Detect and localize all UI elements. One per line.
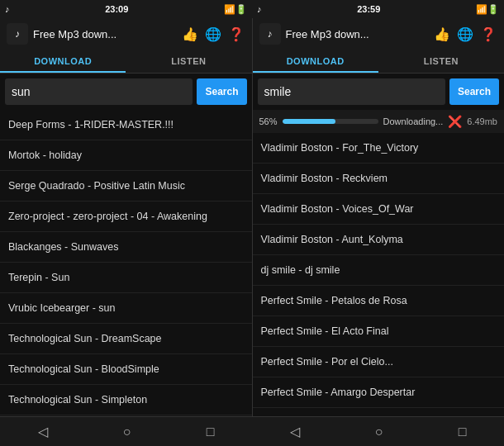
download-percent-right: 56%	[259, 116, 278, 126]
nav-back-button-left[interactable]: ◁	[30, 420, 56, 443]
song-item-1-left[interactable]: Mortok - holiday	[0, 140, 252, 171]
nav-home-button-right[interactable]: ○	[367, 421, 392, 443]
nav-recents-button-left[interactable]: □	[198, 421, 223, 443]
file-size-right: 6.49mb	[467, 116, 497, 126]
search-input-left[interactable]	[5, 78, 193, 105]
download-label-right: Downloading...	[383, 116, 444, 126]
status-left-icon-left: ♪	[5, 4, 10, 14]
app-icon-left: ♪	[7, 23, 28, 45]
bottom-navigation: ◁○□◁○□	[0, 416, 504, 446]
header-icons-right: 👍🌐❓	[433, 25, 497, 43]
app-title-left: Free Mp3 down...	[33, 28, 176, 40]
progress-track-right	[283, 119, 378, 124]
song-item-9-left[interactable]: Technological Sun - Simpleton	[0, 385, 252, 415]
header-icons-left: 👍🌐❓	[181, 25, 245, 43]
song-item-8-right[interactable]: Perfect Smile - Amargo Despertar	[253, 377, 505, 408]
nav-recents-button-right[interactable]: □	[450, 421, 475, 443]
tab-listen-left[interactable]: LISTEN	[126, 50, 251, 73]
song-item-2-left[interactable]: Serge Quadrado - Positive Latin Music	[0, 171, 252, 202]
status-right-icons-left: 📶🔋	[224, 4, 247, 15]
status-bar-right: ♪ 23:59 📶🔋	[252, 0, 504, 18]
panel-left: ♪ Free Mp3 down... 👍🌐❓ DOWNLOADLISTENSea…	[0, 18, 253, 416]
header-icon-0-left[interactable]: 👍	[181, 25, 199, 43]
song-list-left: Deep Forms - 1-RIDER-MASTER.!!!Mortok - …	[0, 110, 252, 416]
main-panels: ♪ Free Mp3 down... 👍🌐❓ DOWNLOADLISTENSea…	[0, 18, 504, 416]
tab-listen-right[interactable]: LISTEN	[378, 50, 504, 73]
nav-panel-right: ◁○□	[252, 416, 504, 446]
download-bar-right: 56% Downloading... ❌ 6.49mb	[253, 110, 505, 133]
search-button-left[interactable]: Search	[197, 78, 246, 105]
status-right-icons-right: 📶🔋	[476, 4, 499, 15]
song-item-2-right[interactable]: Vladimir Boston - Voices_Of_War	[253, 194, 505, 225]
tab-download-left[interactable]: DOWNLOAD	[0, 50, 126, 73]
progress-fill-right	[283, 119, 336, 124]
search-row-left: Search	[0, 74, 252, 110]
song-item-6-right[interactable]: Perfect Smile - El Acto Final	[253, 316, 505, 347]
song-item-3-right[interactable]: Vladimir Boston - Aunt_Kolyma	[253, 225, 505, 255]
app-title-right: Free Mp3 down...	[286, 28, 429, 40]
header-icon-2-right[interactable]: ❓	[479, 25, 497, 43]
nav-panel-left: ◁○□	[0, 416, 252, 446]
nav-home-button-left[interactable]: ○	[115, 421, 140, 443]
panel-right: ♪ Free Mp3 down... 👍🌐❓ DOWNLOADLISTENSea…	[253, 18, 505, 416]
app-header-right: ♪ Free Mp3 down... 👍🌐❓	[253, 18, 505, 50]
header-icon-1-left[interactable]: 🌐	[204, 25, 222, 43]
search-button-right[interactable]: Search	[449, 78, 499, 105]
app-header-left: ♪ Free Mp3 down... 👍🌐❓	[0, 18, 252, 50]
song-item-7-right[interactable]: Perfect Smile - Por el Cielo...	[253, 347, 505, 377]
header-icon-2-left[interactable]: ❓	[227, 25, 245, 43]
nav-back-button-right[interactable]: ◁	[282, 420, 308, 443]
cancel-download-button-right[interactable]: ❌	[448, 115, 462, 128]
search-row-right: Search	[253, 74, 505, 110]
status-time-left: 23:09	[105, 4, 128, 14]
song-item-5-left[interactable]: Terepin - Sun	[0, 263, 252, 293]
song-item-3-left[interactable]: Zero-project - zero-project - 04 - Awake…	[0, 202, 252, 232]
song-list-right: Vladimir Boston - For_The_VictoryVladimi…	[253, 133, 505, 416]
status-bar-left: ♪ 23:09 📶🔋	[0, 0, 252, 18]
tab-download-right[interactable]: DOWNLOAD	[253, 50, 378, 73]
song-item-4-left[interactable]: Blackanges - Sunwaves	[0, 232, 252, 263]
song-item-1-right[interactable]: Vladimir Boston - Reckviem	[253, 164, 505, 194]
status-bars: ♪ 23:09 📶🔋 ♪ 23:59 📶🔋	[0, 0, 504, 18]
header-icon-1-right[interactable]: 🌐	[456, 25, 474, 43]
song-item-5-right[interactable]: Perfect Smile - Petalos de Rosa	[253, 286, 505, 316]
tabs-right: DOWNLOADLISTEN	[253, 50, 505, 74]
song-item-0-right[interactable]: Vladimir Boston - For_The_Victory	[253, 133, 505, 164]
search-input-right[interactable]	[258, 78, 445, 105]
status-left-icon-right: ♪	[257, 4, 262, 14]
header-icon-0-right[interactable]: 👍	[433, 25, 451, 43]
status-time-right: 23:59	[357, 4, 380, 14]
song-item-4-right[interactable]: dj smile - dj smile	[253, 255, 505, 286]
tabs-left: DOWNLOADLISTEN	[0, 50, 252, 74]
app-icon-right: ♪	[259, 23, 281, 45]
song-item-8-left[interactable]: Technological Sun - BloodSimple	[0, 354, 252, 385]
song-item-6-left[interactable]: Vrubic Icebearger - sun	[0, 293, 252, 324]
song-item-7-left[interactable]: Technological Sun - DreamScape	[0, 324, 252, 354]
song-item-0-left[interactable]: Deep Forms - 1-RIDER-MASTER.!!!	[0, 110, 252, 140]
